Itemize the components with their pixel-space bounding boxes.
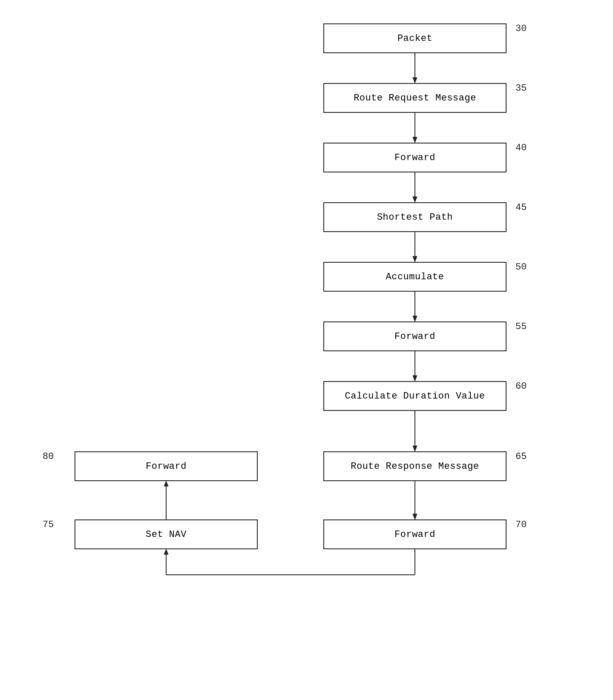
- svg-marker-7: [413, 256, 417, 262]
- svg-marker-15: [413, 514, 417, 519]
- flow-arrows: [0, 0, 613, 700]
- box-forward-left: Forward: [75, 451, 258, 481]
- ref-70: 70: [515, 519, 527, 530]
- ref-30: 30: [515, 23, 527, 34]
- ref-50: 50: [515, 262, 527, 273]
- ref-35: 35: [515, 83, 527, 94]
- svg-marker-1: [413, 77, 417, 83]
- ref-65: 65: [515, 451, 527, 462]
- box-shortest-path: Shortest Path: [323, 202, 507, 232]
- ref-40: 40: [515, 143, 527, 153]
- box-calculate-duration: Calculate Duration Value: [323, 381, 507, 411]
- box-route-response: Route Response Message: [323, 451, 507, 481]
- svg-marker-5: [413, 197, 417, 202]
- box-forward-3: Forward: [323, 519, 507, 549]
- box-packet: Packet: [323, 23, 507, 53]
- box-set-nav: Set NAV: [75, 519, 258, 549]
- svg-marker-21: [164, 481, 168, 486]
- svg-marker-13: [413, 446, 417, 451]
- ref-75: 75: [43, 519, 54, 530]
- ref-80: 80: [43, 451, 54, 462]
- box-forward-2: Forward: [323, 321, 507, 351]
- ref-60: 60: [515, 381, 527, 392]
- svg-marker-11: [413, 376, 417, 381]
- svg-marker-9: [413, 316, 417, 321]
- box-accumulate: Accumulate: [323, 262, 507, 292]
- diagram-container: Packet 30 Route Request Message 35 Forwa…: [0, 0, 613, 700]
- svg-marker-19: [164, 549, 168, 554]
- ref-45: 45: [515, 202, 527, 213]
- box-forward-1: Forward: [323, 143, 507, 172]
- box-route-request: Route Request Message: [323, 83, 507, 113]
- ref-55: 55: [515, 321, 527, 332]
- svg-marker-3: [413, 137, 417, 143]
